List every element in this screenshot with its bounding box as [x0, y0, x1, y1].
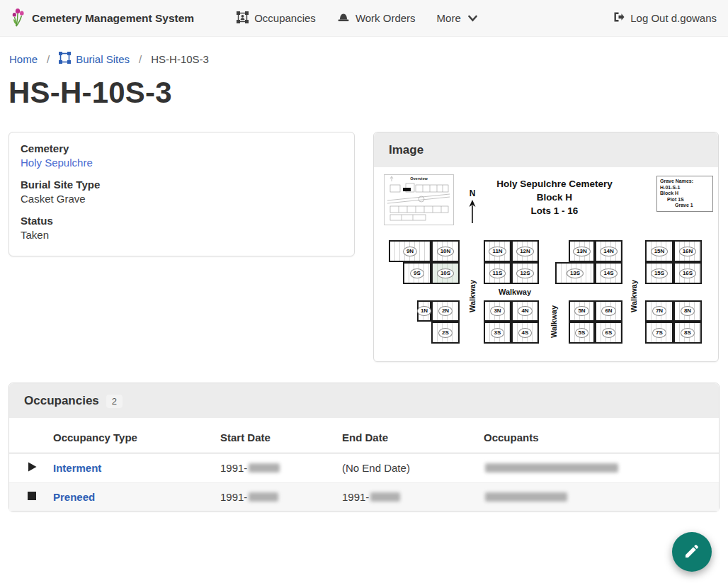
breadcrumb-separator: /	[47, 53, 50, 65]
nav-item-more[interactable]: More	[437, 12, 477, 24]
overview-label: Overview	[385, 176, 453, 181]
walkway-label: Walkway	[550, 305, 558, 338]
preneed-link[interactable]: Preneed	[53, 491, 95, 503]
plot-cell-11n: 11N	[484, 240, 511, 262]
column-header-end-date: End Date	[342, 418, 484, 453]
breadcrumb: Home / Burial Sites / HS-H-10S-3	[0, 37, 728, 66]
plot-label: 3N	[490, 306, 504, 316]
stop-icon	[27, 491, 37, 503]
overview-inset-map: Overview	[384, 174, 454, 225]
walkway-label: Walkway	[630, 280, 638, 312]
image-card-header: Image	[374, 132, 718, 167]
tulip-logo-icon	[11, 7, 25, 29]
plot-label: 12S	[516, 268, 533, 278]
end-date-text: (No End Date)	[342, 462, 410, 474]
plot-cell-5s: 5S	[569, 322, 595, 344]
cemetery-link[interactable]: Holy Sepulchre	[21, 157, 93, 169]
legend-line: Block H	[660, 191, 710, 197]
nav-item-work-orders[interactable]: Work Orders	[337, 11, 416, 25]
plot-cell-15s: 15S	[645, 262, 673, 284]
plot-cell-3n: 3N	[484, 300, 511, 322]
occupancies-card-header: Occupancies 2	[9, 383, 719, 418]
occupancies-table: Occupancy Type Start Date End Date Occup…	[9, 418, 719, 511]
plot-cell-12n: 12N	[511, 240, 539, 262]
logout-label: Log Out d.gowans	[630, 12, 717, 24]
walkway-label: Walkway	[499, 288, 531, 296]
plot-map: Overview	[374, 167, 718, 358]
breadcrumb-home-link[interactable]: Home	[9, 53, 38, 65]
column-header-start-date: Start Date	[220, 418, 342, 453]
plot-label: 2N	[438, 306, 453, 316]
plot-label: 10N	[437, 247, 455, 256]
plot-label: 8S	[681, 328, 695, 338]
plot-cell-10s: 10S	[431, 262, 460, 284]
plot-cell-4s: 4S	[511, 322, 539, 344]
start-date-prefix: 1991-	[220, 491, 247, 503]
plot-cell-2s: 2S	[431, 322, 460, 344]
burial-site-detail-page: Cemetery Management System Occupancies	[0, 0, 728, 588]
page-title: HS-H-10S-3	[8, 76, 728, 110]
plot-label: 16S	[679, 268, 696, 278]
plot-label: 4N	[518, 306, 532, 316]
plot-cell-14n: 14N	[595, 240, 622, 262]
app-brand[interactable]: Cemetery Management System	[11, 7, 194, 29]
plot-label: 3S	[491, 328, 505, 338]
legend-line: Plot 1S	[660, 197, 710, 203]
grave-names-legend: Grave Names: H-01-S-1 Block H Plot 1S Gr…	[656, 176, 713, 212]
nav-item-occupancies[interactable]: Occupancies	[237, 11, 316, 26]
column-header-icon	[9, 418, 53, 453]
burial-sites-icon	[59, 52, 71, 66]
map-title-line: Lots 1 - 16	[459, 204, 650, 217]
redacted-end-date	[370, 492, 400, 502]
legend-line: Grave Names:	[660, 179, 710, 185]
breadcrumb-label: Burial Sites	[76, 53, 130, 65]
plot-label: 15S	[651, 268, 668, 278]
column-header-occupancy-type: Occupancy Type	[53, 418, 220, 453]
hard-hat-icon	[337, 11, 350, 25]
plot-label: 9S	[410, 268, 424, 278]
plot-cell-1n: 1N	[417, 300, 431, 322]
plot-cell-13n: 13N	[569, 240, 595, 262]
edit-fab-button[interactable]	[672, 532, 712, 572]
redacted-occupants	[485, 463, 618, 473]
plot-cell-9n: 9N	[389, 240, 431, 262]
site-details-card: Cemetery Holy Sepulchre Burial Site Type…	[8, 132, 355, 256]
plot-label: 15N	[651, 247, 669, 256]
plot-label: 5S	[575, 328, 589, 338]
plot-map-image: Overview	[374, 167, 718, 358]
plot-label: 4S	[518, 328, 533, 338]
plot-label: 10S	[437, 268, 454, 278]
breadcrumb-burial-sites-link[interactable]: Burial Sites	[59, 52, 130, 66]
plot-label: 8N	[681, 306, 695, 316]
breadcrumb-label: Home	[9, 53, 38, 65]
overview-sketch	[385, 175, 453, 225]
plot-label: 14S	[600, 268, 617, 278]
play-icon	[27, 463, 38, 475]
plot-label: 1N	[417, 306, 431, 316]
occupancy-row-interment: Interment 1991- (No End Date)	[9, 453, 719, 483]
plot-cell-8s: 8S	[673, 322, 702, 344]
chevron-down-icon	[468, 12, 477, 24]
sign-out-icon	[613, 11, 625, 25]
logout-button[interactable]: Log Out d.gowans	[613, 11, 717, 25]
plot-label: 14N	[600, 247, 618, 256]
plot-label: 13N	[573, 247, 591, 256]
end-date-prefix: 1991-	[342, 491, 369, 503]
app-title: Cemetery Management System	[32, 12, 194, 25]
occupancy-row-preneed: Preneed 1991- 1991-	[9, 483, 719, 511]
plot-cell-7s: 7S	[645, 322, 673, 344]
pencil-icon	[683, 543, 700, 562]
redacted-start-date	[249, 463, 280, 473]
plot-label: 5N	[574, 306, 588, 316]
plot-label: 2S	[438, 328, 453, 338]
plot-cell-16n: 16N	[673, 240, 702, 262]
field-label-status: Status	[21, 215, 343, 227]
interment-link[interactable]: Interment	[53, 462, 101, 474]
nav-label: Work Orders	[356, 12, 416, 24]
plot-cell-11s: 11S	[484, 262, 511, 284]
field-value-status: Taken	[21, 229, 343, 241]
map-title-line: Holy Sepulchre Cemetery	[459, 177, 650, 191]
plot-cell-6n: 6N	[595, 300, 622, 322]
plot-cell-5n: 5N	[569, 300, 595, 322]
plot-label: 12N	[516, 247, 534, 256]
